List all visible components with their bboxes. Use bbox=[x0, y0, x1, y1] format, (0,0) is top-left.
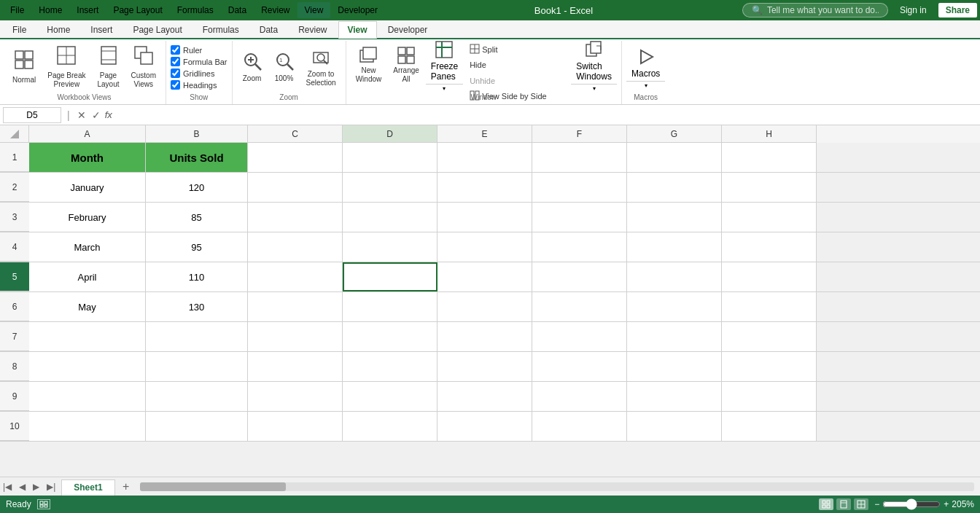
freeze-panes-dropdown[interactable]: ▾ bbox=[426, 84, 463, 93]
cell-b1[interactable]: Units Sold bbox=[146, 143, 248, 172]
cell-d4[interactable] bbox=[343, 232, 438, 262]
col-header-b[interactable]: B bbox=[146, 125, 248, 143]
gridlines-checkbox-label[interactable]: Gridlines bbox=[171, 68, 228, 78]
cell-e9[interactable] bbox=[438, 382, 532, 411]
zoom-100-button[interactable]: 1 100% bbox=[269, 44, 300, 90]
freeze-panes-button[interactable]: FreezePanes ▾ bbox=[426, 42, 463, 87]
split-button[interactable]: Split bbox=[464, 42, 502, 57]
cell-e8[interactable] bbox=[438, 352, 532, 381]
col-header-d[interactable]: D bbox=[343, 125, 438, 143]
menu-file[interactable]: File bbox=[3, 2, 31, 18]
cell-e10[interactable] bbox=[438, 412, 532, 441]
cell-c2[interactable] bbox=[248, 173, 343, 202]
cell-c6[interactable] bbox=[248, 292, 343, 321]
sheet-tab-sheet1[interactable]: Sheet1 bbox=[61, 479, 114, 496]
cell-h6[interactable] bbox=[722, 292, 817, 321]
row-header-3[interactable]: 3 bbox=[0, 203, 29, 232]
menu-page-layout[interactable]: Page Layout bbox=[106, 2, 169, 18]
cell-e3[interactable] bbox=[438, 203, 532, 232]
sheet-nav-next[interactable]: ▶ bbox=[30, 480, 42, 493]
formula-bar-checkbox-label[interactable]: Formula Bar bbox=[171, 57, 228, 66]
row-header-10[interactable]: 10 bbox=[0, 412, 29, 441]
cell-h3[interactable] bbox=[722, 203, 817, 232]
ruler-checkbox-label[interactable]: Ruler bbox=[171, 45, 228, 55]
horizontal-scrollbar-container[interactable] bbox=[134, 479, 980, 494]
cell-d8[interactable] bbox=[343, 352, 438, 381]
cell-d3[interactable] bbox=[343, 203, 438, 232]
cell-c5[interactable] bbox=[248, 262, 343, 291]
page-break-preview-button[interactable]: Page BreakPreview bbox=[42, 44, 90, 90]
zoom-slider[interactable] bbox=[882, 498, 941, 510]
cell-h4[interactable] bbox=[722, 232, 817, 262]
cell-d10[interactable] bbox=[343, 412, 438, 441]
tab-review[interactable]: Review bbox=[289, 21, 336, 38]
fx-label[interactable]: fx bbox=[105, 109, 112, 120]
col-header-g[interactable]: G bbox=[627, 125, 722, 143]
row-header-5[interactable]: 5 bbox=[0, 262, 29, 291]
zoom-button[interactable]: Zoom bbox=[237, 44, 268, 90]
row-header-9[interactable]: 9 bbox=[0, 382, 29, 411]
headings-checkbox-label[interactable]: Headings bbox=[171, 80, 228, 90]
zoom-plus[interactable]: + bbox=[944, 499, 949, 509]
search-input[interactable] bbox=[767, 5, 879, 15]
switch-windows-button[interactable]: SwitchWindows ▾ bbox=[571, 42, 617, 87]
cell-d5[interactable] bbox=[343, 262, 438, 291]
tab-view[interactable]: View bbox=[338, 21, 377, 39]
cell-a7[interactable] bbox=[29, 322, 146, 351]
cell-a3[interactable]: February bbox=[29, 203, 146, 232]
col-header-f[interactable]: F bbox=[532, 125, 627, 143]
row-header-7[interactable]: 7 bbox=[0, 322, 29, 351]
cell-f2[interactable] bbox=[532, 173, 627, 202]
cancel-formula-icon[interactable]: ✕ bbox=[76, 109, 88, 121]
scrollbar-thumb[interactable] bbox=[140, 482, 286, 491]
cell-c8[interactable] bbox=[248, 352, 343, 381]
cell-b8[interactable] bbox=[146, 352, 248, 381]
ruler-checkbox[interactable] bbox=[171, 45, 180, 55]
cell-h7[interactable] bbox=[722, 322, 817, 351]
cell-h10[interactable] bbox=[722, 412, 817, 441]
cell-a8[interactable] bbox=[29, 352, 146, 381]
cell-f5[interactable] bbox=[532, 262, 627, 291]
tab-developer[interactable]: Developer bbox=[378, 21, 438, 38]
cell-f1[interactable] bbox=[532, 143, 627, 172]
normal-view-button[interactable] bbox=[819, 498, 833, 510]
formula-bar-checkbox[interactable] bbox=[171, 57, 180, 66]
confirm-formula-icon[interactable]: ✓ bbox=[90, 109, 102, 121]
normal-view-indicator[interactable] bbox=[37, 499, 50, 509]
cell-a10[interactable] bbox=[29, 412, 146, 441]
col-header-c[interactable]: C bbox=[248, 125, 343, 143]
menu-view[interactable]: View bbox=[298, 2, 331, 18]
zoom-minus[interactable]: − bbox=[874, 499, 879, 509]
cell-f4[interactable] bbox=[532, 232, 627, 262]
sheet-nav-prev[interactable]: ◀ bbox=[16, 480, 28, 493]
cell-b2[interactable]: 120 bbox=[146, 173, 248, 202]
macros-button[interactable]: Macros ▾ bbox=[626, 44, 665, 90]
new-window-button[interactable]: NewWindow bbox=[351, 42, 387, 87]
cell-e4[interactable] bbox=[438, 232, 532, 262]
cell-f7[interactable] bbox=[532, 322, 627, 351]
page-break-view-button[interactable] bbox=[854, 498, 868, 510]
switch-windows-top[interactable]: SwitchWindows bbox=[571, 38, 617, 84]
name-box[interactable]: D5 bbox=[3, 107, 61, 123]
formula-input[interactable] bbox=[115, 110, 977, 120]
row-header-1[interactable]: 1 bbox=[0, 143, 29, 172]
cell-h8[interactable] bbox=[722, 352, 817, 381]
cell-g7[interactable] bbox=[627, 322, 722, 351]
cell-g4[interactable] bbox=[627, 232, 722, 262]
cell-d6[interactable] bbox=[343, 292, 438, 321]
unhide-button[interactable]: Unhide bbox=[464, 74, 569, 88]
cell-a9[interactable] bbox=[29, 382, 146, 411]
cell-e1[interactable] bbox=[438, 143, 532, 172]
menu-formulas[interactable]: Formulas bbox=[170, 2, 221, 18]
cell-a6[interactable]: May bbox=[29, 292, 146, 321]
horizontal-scrollbar[interactable] bbox=[140, 482, 974, 491]
headings-checkbox[interactable] bbox=[171, 80, 180, 90]
cell-e5[interactable] bbox=[438, 262, 532, 291]
row-header-2[interactable]: 2 bbox=[0, 173, 29, 202]
col-header-h[interactable]: H bbox=[722, 125, 817, 143]
row-header-4[interactable]: 4 bbox=[0, 232, 29, 262]
cell-e6[interactable] bbox=[438, 292, 532, 321]
cell-a1[interactable]: Month bbox=[29, 143, 146, 172]
cell-b3[interactable]: 85 bbox=[146, 203, 248, 232]
zoom-selection-button[interactable]: Zoom toSelection bbox=[301, 44, 341, 90]
